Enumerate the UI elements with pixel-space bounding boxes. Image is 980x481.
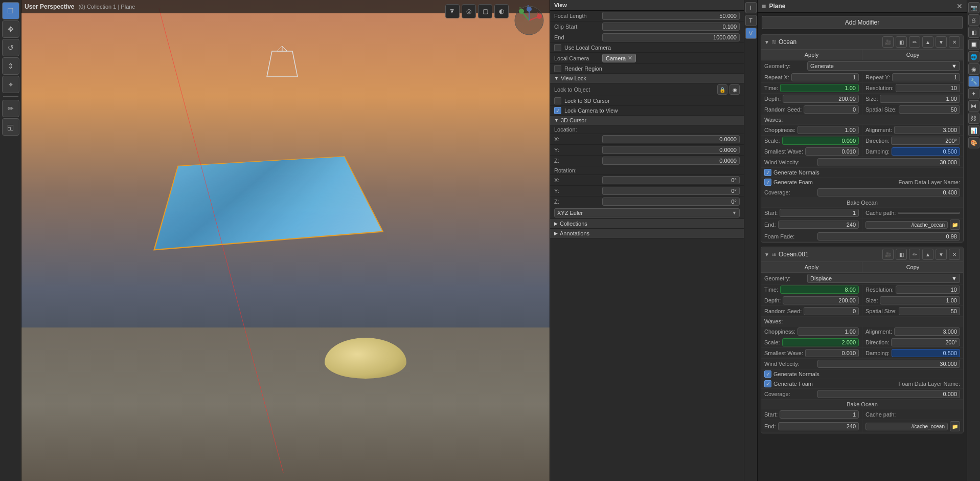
mod-depth-val[interactable]: 200.00 [783,95,859,103]
mod-wind-vel-val[interactable]: 30.000 [817,158,960,166]
mod-ocean001-start-val[interactable]: 1 [780,410,859,419]
viewport[interactable]: User Perspective (0) Collection 1 | Plan… [21,0,550,481]
modifier-panel-close[interactable]: ✕ [956,2,963,10]
mod-ocean001-wind-val[interactable]: 30.000 [817,360,960,368]
mod-gen-foam-cb[interactable]: ✓ [764,179,771,186]
vtab-view-layer[interactable]: ◧ [968,27,979,38]
modifier-ocean-copy-btn[interactable]: Copy [862,50,963,60]
mod-ocean001-geo-dropdown[interactable]: Displace ▼ [807,274,960,283]
mod-ocean001-size-val[interactable]: 1.00 [880,296,960,304]
mod-foam-fade-val[interactable]: 0.98 [817,232,960,240]
axis-gizmo[interactable]: Y X Z [514,5,544,36]
cursor-x-value[interactable]: 0.0000 [602,135,740,143]
mod-repeat-x-val[interactable]: 1 [791,73,859,81]
rot-x-value[interactable]: 0° [602,176,740,184]
mod-start-val[interactable]: 1 [780,209,859,217]
mod-direction-val[interactable]: 200° [891,137,960,145]
transform-tool-btn[interactable]: ⌖ [2,76,19,93]
mod-ocean001-end-val[interactable]: 240 [778,422,859,430]
use-local-camera-cb[interactable] [554,44,561,51]
vtab-render[interactable]: 📷 [968,2,979,13]
render-region-cb[interactable] [554,65,561,72]
clip-end-value[interactable]: 1000.000 [602,33,740,41]
modifier-ocean-name[interactable] [779,38,880,46]
mod-choppiness-val[interactable]: 1.00 [797,126,859,134]
annotate-btn[interactable]: ✏ [2,100,19,117]
mod-damping-val[interactable]: 0.500 [892,147,960,156]
mod-ocean001-time-val[interactable]: 8.00 [780,286,859,294]
mod-ocean001-alignment-val[interactable]: 3.000 [894,327,960,336]
modifier-ocean001-down-btn[interactable]: ▼ [936,249,947,260]
mod-time-val[interactable]: 1.00 [780,84,859,92]
mod-smallest-wave-val[interactable]: 0.010 [805,147,859,156]
vtab-output[interactable]: 🖨 [968,14,979,26]
mod-ocean001-coverage-val[interactable]: 0.000 [817,390,960,398]
clip-start-value[interactable]: 0.100 [602,23,740,31]
cursor-z-value[interactable]: 0.0000 [602,157,740,165]
side-btn-item[interactable]: I [745,2,757,13]
mod-ocean001-seed-val[interactable]: 0 [804,307,859,315]
gizmo-global-btn[interactable]: ⛛ [445,4,460,18]
rotate-tool-btn[interactable]: ↺ [2,39,19,56]
mod-size-val[interactable]: 1.00 [880,95,960,103]
mod-ocean001-spatial-val[interactable]: 50 [899,307,960,315]
modifier-ocean-render-btn[interactable]: ◧ [896,36,907,48]
modifier-ocean-close-btn[interactable]: ✕ [949,36,960,48]
modifier-ocean001-up-btn[interactable]: ▲ [922,249,933,260]
modifier-ocean001-close-btn[interactable]: ✕ [949,249,960,260]
rot-z-value[interactable]: 0° [602,198,740,206]
modifier-ocean-apply-btn[interactable]: Apply [761,50,862,60]
view-lock-section[interactable]: ▼ View Lock [550,74,744,83]
modifier-ocean001-camera-btn[interactable]: 🎥 [882,249,894,260]
modifier-ocean001-apply-btn[interactable]: Apply [761,262,862,272]
mod-geometry-dropdown[interactable]: Generate ▼ [807,61,960,71]
collections-section[interactable]: ▶ Collections [550,219,744,229]
modifier-ocean-camera-btn[interactable]: 🎥 [882,36,894,48]
mod-ocean001-resolution-val[interactable]: 10 [896,286,960,294]
euler-dropdown[interactable]: XYZ Euler ▼ [554,208,740,217]
mod-gen-normals-cb[interactable]: ✓ [764,169,771,176]
mod-end-val[interactable]: 240 [778,221,859,229]
modifier-ocean-up-btn[interactable]: ▲ [922,36,933,48]
modifier-ocean-edit-btn[interactable]: ✏ [909,36,920,48]
mod-spatial-size-val[interactable]: 50 [899,105,960,114]
vtab-scene[interactable]: 🔲 [968,39,979,50]
mod-ocean001-gen-foam-cb[interactable]: ✓ [764,380,771,387]
vtab-object[interactable]: ◉ [968,63,979,75]
vtab-material[interactable]: 🎨 [968,137,979,148]
side-btn-tool[interactable]: T [745,15,757,26]
vtab-constraints[interactable]: ⛓ [968,113,979,124]
annotations-section[interactable]: ▶ Annotations [550,229,744,238]
vtab-modifier[interactable]: 🔧 [968,76,979,87]
lock-camera-view-cb[interactable]: ✓ [554,107,561,114]
focal-length-value[interactable]: 50.000 [602,12,740,20]
lock-to-object-btn[interactable]: 🔒 [717,84,727,95]
mod-ocean001-scale-val[interactable]: 2.000 [782,338,859,346]
lock-3d-cursor-cb[interactable] [554,97,561,104]
mod-cache-path-input[interactable]: //cache_ocean [865,221,948,229]
mod-ocean001-damping-val[interactable]: 0.500 [892,349,960,357]
side-btn-view[interactable]: V [745,28,757,39]
cursor-3d-section[interactable]: ▼ 3D Cursor [550,116,744,125]
mod-coverage-val[interactable]: 0.400 [817,188,960,196]
mod-ocean001-folder-btn[interactable]: 📁 [950,421,960,431]
vtab-world[interactable]: 🌐 [968,51,979,62]
mod-ocean001-smallest-val[interactable]: 0.010 [805,349,859,357]
cursor-y-value[interactable]: 0.0000 [602,146,740,154]
rot-y-value[interactable]: 0° [602,187,740,195]
vtab-particles[interactable]: ✦ [968,88,979,99]
mod-scale-val[interactable]: 0.000 [782,137,859,145]
mod-resolution-val[interactable]: 10 [896,84,960,92]
gizmo-overlay-btn[interactable]: ◎ [462,4,476,18]
mod-ocean001-gen-normals-cb[interactable]: ✓ [764,370,771,378]
modifier-ocean001-name[interactable] [779,251,880,258]
mod-random-seed-val[interactable]: 0 [804,105,859,114]
modifier-ocean-down-btn[interactable]: ▼ [936,36,947,48]
mod-ocean001-choppiness-val[interactable]: 1.00 [797,327,859,336]
modifier-ocean001-render-btn[interactable]: ◧ [896,249,907,260]
lock-to-object-eye[interactable]: ◉ [730,84,740,95]
modifier-ocean001-edit-btn[interactable]: ✏ [909,249,920,260]
mod-ocean001-cache-path-val[interactable]: //cache_ocean [865,423,948,430]
mod-ocean001-depth-val[interactable]: 200.00 [783,296,859,304]
mod-repeat-y-val[interactable]: 1 [892,73,960,81]
